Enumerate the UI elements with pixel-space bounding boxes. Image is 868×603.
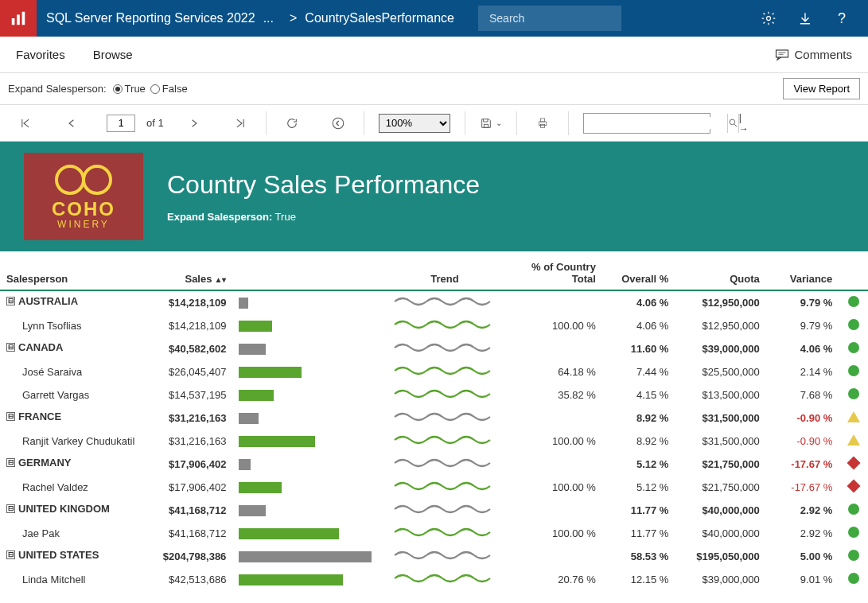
chevron-down-icon: ⌄ xyxy=(496,119,502,127)
breadcrumb-report[interactable]: CountrySalesPerformance xyxy=(305,11,454,25)
pct-country-value xyxy=(511,545,601,568)
col-quota[interactable]: Quota xyxy=(675,256,765,290)
variance-value: 2.92 % xyxy=(766,522,839,545)
quota-value: $39,000,000 xyxy=(675,568,765,587)
kpi-indicator xyxy=(839,407,868,430)
kpi-indicator xyxy=(839,499,868,522)
search-box[interactable] xyxy=(478,6,621,31)
kpi-circle-icon xyxy=(848,342,859,353)
sales-bar xyxy=(232,314,378,337)
help-button[interactable]: ? xyxy=(823,0,860,37)
country-name: UNITED KINGDOM xyxy=(18,503,110,515)
variance-value: 2.14 % xyxy=(766,360,839,383)
sales-bar xyxy=(232,407,378,430)
col-variance[interactable]: Variance xyxy=(766,256,839,290)
next-page-button[interactable] xyxy=(183,112,205,134)
quota-value: $25,500,000 xyxy=(675,360,765,383)
quota-value: $21,750,000 xyxy=(675,476,765,499)
salesperson-name: Rachel Valdez xyxy=(22,481,88,493)
col-sales[interactable]: Sales▲▾ xyxy=(146,256,232,290)
find-button[interactable] xyxy=(727,114,738,133)
nav-favorites[interactable]: Favorites xyxy=(16,48,65,61)
export-button[interactable]: ⌄ xyxy=(480,112,502,134)
download-button[interactable] xyxy=(787,0,823,37)
settings-button[interactable] xyxy=(750,0,787,37)
report-viewport[interactable]: COHO WINERY Country Sales Performance Ex… xyxy=(0,142,868,587)
col-overall[interactable]: Overall % xyxy=(602,256,675,290)
trend-sparkline xyxy=(378,568,511,587)
nav-browse[interactable]: Browse xyxy=(93,48,133,61)
trend-sparkline xyxy=(378,314,511,337)
find-input[interactable] xyxy=(584,117,727,129)
find-box: |→ xyxy=(583,113,710,134)
overall-value: 8.92 % xyxy=(602,430,675,453)
svg-line-14 xyxy=(734,124,737,126)
table-row: ⊟UNITED KINGDOM$41,168,71211.77 %$40,000… xyxy=(0,499,868,522)
svg-rect-2 xyxy=(22,12,25,25)
first-page-icon xyxy=(20,118,31,129)
last-page-button[interactable] xyxy=(229,112,251,134)
trend-sparkline xyxy=(378,522,511,545)
svg-point-9 xyxy=(333,118,344,129)
radio-true[interactable]: True xyxy=(113,83,146,95)
sales-bar xyxy=(232,499,378,522)
quota-value: $40,000,000 xyxy=(675,499,765,522)
quota-value: $13,500,000 xyxy=(675,383,765,407)
report-toolbar: of 1 100% ⌄ |→ xyxy=(0,105,868,142)
print-button[interactable] xyxy=(531,112,554,134)
trend-sparkline xyxy=(378,337,511,360)
app-logo[interactable] xyxy=(0,0,37,37)
table-row: ⊟CANADA$40,582,60211.60 %$39,000,0004.06… xyxy=(0,337,868,360)
collapse-button[interactable]: ⊟ xyxy=(6,458,15,467)
report-title: Country Sales Performance xyxy=(167,170,480,200)
country-name: CANADA xyxy=(18,341,63,353)
zoom-select[interactable]: 100% xyxy=(379,114,450,133)
radio-icon xyxy=(150,84,160,94)
search-input[interactable] xyxy=(489,12,629,25)
sales-bar xyxy=(232,568,378,587)
report-param-display: Expand Salesperson: True xyxy=(167,211,480,223)
company-logo: COHO WINERY xyxy=(24,153,143,240)
view-report-button[interactable]: View Report xyxy=(783,78,860,99)
variance-value: -17.67 % xyxy=(766,453,839,476)
collapse-button[interactable]: ⊟ xyxy=(6,504,15,513)
overall-value: 7.44 % xyxy=(602,360,675,383)
variance-value: 9.79 % xyxy=(766,314,839,337)
overall-value: 11.60 % xyxy=(602,337,675,360)
first-page-button[interactable] xyxy=(14,112,37,134)
collapse-button[interactable]: ⊟ xyxy=(6,412,15,421)
page-number-input[interactable] xyxy=(107,115,135,132)
trend-sparkline xyxy=(378,476,511,499)
kpi-diamond-icon xyxy=(847,457,860,470)
collapse-button[interactable]: ⊟ xyxy=(6,297,15,305)
trend-sparkline xyxy=(378,290,511,314)
comments-label: Comments xyxy=(794,48,852,61)
col-salesperson[interactable]: Salesperson xyxy=(0,256,146,290)
sales-value: $14,218,109 xyxy=(146,290,232,314)
sales-value: $40,582,602 xyxy=(146,337,232,360)
variance-value: 4.06 % xyxy=(766,337,839,360)
refresh-button[interactable] xyxy=(281,112,303,134)
pct-country-value: 64.18 % xyxy=(511,360,601,383)
comments-button[interactable]: Comments xyxy=(775,48,852,61)
app-title[interactable]: SQL Server Reporting Services 2022 xyxy=(46,11,255,25)
col-kpi xyxy=(839,256,868,290)
salesperson-name: Ranjit Varkey Chudukatil xyxy=(22,435,134,447)
breadcrumb-ellipsis[interactable]: ... xyxy=(263,11,274,25)
sales-value: $31,216,163 xyxy=(146,407,232,430)
col-pct-country[interactable]: % of Country Total xyxy=(511,256,601,290)
prev-page-button[interactable] xyxy=(60,112,83,134)
col-trend[interactable]: Trend xyxy=(378,256,511,290)
trend-sparkline xyxy=(378,499,511,522)
variance-value: -0.90 % xyxy=(766,407,839,430)
overall-value: 58.53 % xyxy=(602,545,675,568)
collapse-button[interactable]: ⊟ xyxy=(6,343,15,352)
back-button[interactable] xyxy=(327,112,349,134)
table-row: ⊟UNITED STATES$204,798,38658.53 %$195,05… xyxy=(0,545,868,568)
find-next-button[interactable]: |→ xyxy=(738,114,749,133)
radio-false[interactable]: False xyxy=(150,83,188,95)
collapse-button[interactable]: ⊟ xyxy=(6,550,15,559)
svg-point-13 xyxy=(730,119,735,125)
top-bar: SQL Server Reporting Services 2022 ... >… xyxy=(0,0,868,37)
svg-rect-10 xyxy=(539,122,546,126)
